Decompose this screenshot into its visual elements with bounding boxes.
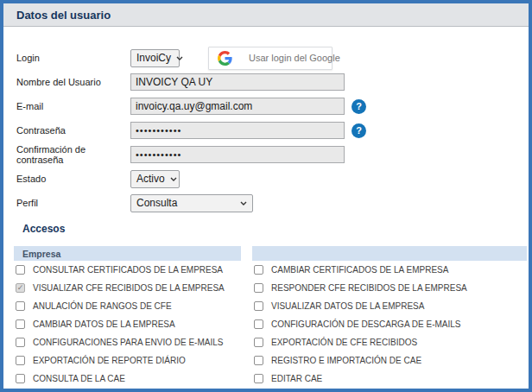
access-column-header-left: Empresa <box>14 246 241 261</box>
chevron-down-icon <box>170 177 177 181</box>
access-checkbox[interactable] <box>254 283 263 293</box>
estado-select[interactable]: Activo <box>130 170 180 188</box>
access-checkbox[interactable] <box>254 265 263 275</box>
access-label: VISUALIZAR DATOS DE LA EMPRESA <box>271 301 424 311</box>
access-label: EXPORTACIÓN DE REPORTE DIÁRIO <box>33 356 186 365</box>
access-item: EXPORTACIÓN DE CFE RECIBIDOS <box>252 338 527 347</box>
access-label: REGISTRO E IMPORTACIÓN DE CAE <box>271 356 421 365</box>
access-item: CAMBIAR CERTIFICADOS DE LA EMPRESA <box>252 265 527 275</box>
email-input[interactable] <box>130 98 345 115</box>
access-item: CONSULTAR CERTIFICADOS DE LA EMPRESA <box>14 265 241 275</box>
username-label: Nombre del Usuario <box>16 77 130 87</box>
perfil-select-value: Consulta <box>136 197 177 209</box>
login-select[interactable]: InvoiCy <box>130 49 180 67</box>
access-checkbox[interactable] <box>16 301 25 311</box>
access-label: EXPORTACIÓN DE CFE RECIBIDOS <box>271 338 417 347</box>
access-label: CONFIGURACIÓN DE DESCARGA DE E-MAILS <box>271 319 460 329</box>
access-label: CONSULTAR CERTIFICADOS DE LA EMPRESA <box>33 265 223 275</box>
access-table: Empresa CONSULTAR CERTIFICADOS DE LA EMP… <box>14 246 527 388</box>
access-checkbox[interactable] <box>254 374 263 383</box>
perfil-select[interactable]: Consulta <box>130 194 253 212</box>
access-label: RESPONDER CFE RECIBIDOS DE LA EMPRESA <box>271 283 467 293</box>
estado-row: Estado Activo <box>3 167 529 191</box>
panel-header: Datos del usuario <box>3 3 529 27</box>
access-label: CAMBIAR DATOS DE LA EMPRESA <box>33 319 175 329</box>
access-item: EDITAR CAE <box>252 374 527 383</box>
access-item: EXPORTACIÓN DE REPORTE DIÁRIO <box>14 356 241 365</box>
password-confirm-input[interactable] <box>130 146 345 163</box>
perfil-row: Perfil Consulta <box>3 191 529 215</box>
access-checkbox[interactable] <box>16 265 25 275</box>
perfil-label: Perfil <box>16 198 130 208</box>
access-checkbox[interactable] <box>16 356 25 365</box>
email-label: E-mail <box>16 101 130 111</box>
access-label: ANULACIÓN DE RANGOS DE CFE <box>33 301 172 311</box>
access-item: ANULACIÓN DE RANGOS DE CFE <box>14 301 241 311</box>
access-checkbox[interactable]: ✓ <box>16 283 25 293</box>
estado-select-value: Activo <box>136 173 165 185</box>
google-icon <box>218 51 232 66</box>
access-grid: CONSULTAR CERTIFICADOS DE LA EMPRESACAMB… <box>14 261 527 388</box>
password-help-icon[interactable]: ? <box>352 123 366 138</box>
chevron-down-icon <box>176 56 183 60</box>
access-item: VISUALIZAR DATOS DE LA EMPRESA <box>252 301 527 311</box>
access-label: CAMBIAR CERTIFICADOS DE LA EMPRESA <box>271 265 448 275</box>
password-confirm-label: Confirmación de contraseña <box>16 144 130 165</box>
login-row: Login InvoiCy Usar login del Google <box>3 46 529 70</box>
access-checkbox[interactable] <box>254 301 263 311</box>
access-column-header-right <box>252 246 527 261</box>
estado-label: Estado <box>16 174 130 184</box>
password-input[interactable] <box>130 122 345 139</box>
access-checkbox[interactable] <box>254 356 263 365</box>
password-label: Contraseña <box>16 125 130 136</box>
email-row: E-mail ? <box>3 94 529 118</box>
access-checkbox[interactable] <box>16 319 25 329</box>
chevron-down-icon <box>240 201 247 205</box>
access-item: CONFIGURACIONES PARA ENVIO DE E-MAILS <box>14 338 241 347</box>
access-checkbox[interactable] <box>254 338 263 347</box>
username-row: Nombre del Usuario <box>3 70 529 94</box>
access-label: CONFIGURACIONES PARA ENVIO DE E-MAILS <box>33 338 223 347</box>
user-data-panel: Datos del usuario Login InvoiCy <box>0 0 532 392</box>
panel-title: Datos del usuario <box>16 9 111 22</box>
accesos-title: Accesos <box>22 223 529 237</box>
email-help-icon[interactable]: ? <box>352 99 366 114</box>
access-checkbox[interactable] <box>254 319 263 329</box>
access-checkbox[interactable] <box>16 374 25 383</box>
access-item: CAMBIAR DATOS DE LA EMPRESA <box>14 319 241 329</box>
password-confirm-row: Confirmación de contraseña <box>3 142 529 167</box>
access-checkbox[interactable] <box>16 338 25 347</box>
password-row: Contraseña ? <box>3 118 529 142</box>
access-item: REGISTRO E IMPORTACIÓN DE CAE <box>252 356 527 365</box>
username-input[interactable] <box>130 73 345 91</box>
access-item: CONSULTA DE LA CAE <box>14 374 241 383</box>
access-table-header: Empresa <box>14 246 527 261</box>
google-login-label: Usar login del Google <box>249 53 340 63</box>
google-login-button[interactable]: Usar login del Google <box>208 47 332 70</box>
access-item: ✓VISUALIZAR CFE RECIBIDOS DE LA EMPRESA <box>14 283 241 293</box>
access-label: EDITAR CAE <box>271 374 322 383</box>
access-item: RESPONDER CFE RECIBIDOS DE LA EMPRESA <box>252 283 527 293</box>
access-item: CONFIGURACIÓN DE DESCARGA DE E-MAILS <box>252 319 527 329</box>
panel-content: Login InvoiCy Usar login del Google <box>3 27 529 388</box>
login-select-value: InvoiCy <box>136 52 171 64</box>
access-label: CONSULTA DE LA CAE <box>33 374 125 383</box>
access-label: VISUALIZAR CFE RECIBIDOS DE LA EMPRESA <box>33 283 225 293</box>
login-label: Login <box>16 53 130 63</box>
